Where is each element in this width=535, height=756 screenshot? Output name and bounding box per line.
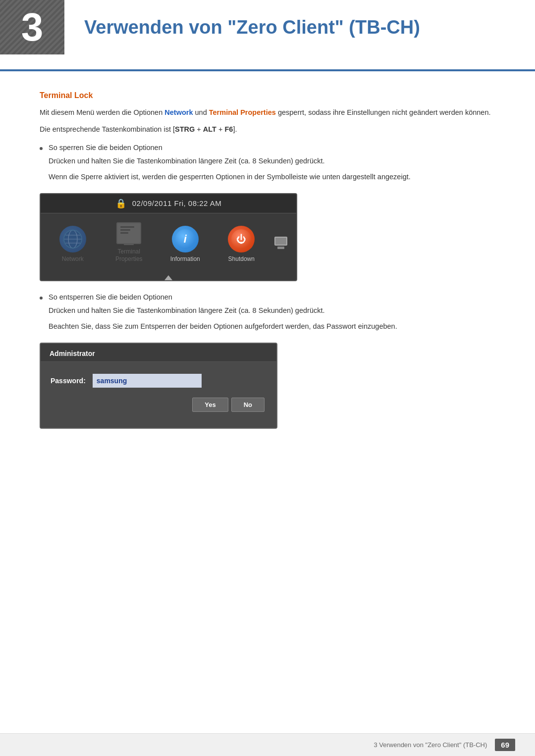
footer-chapter-ref: 3 Verwenden von "Zero Client" (TB-CH) <box>374 741 487 749</box>
yes-button[interactable]: Yes <box>192 398 228 412</box>
taskbar-icon-terminal[interactable]: TerminalProperties <box>102 218 157 267</box>
para2-before: Die entsprechende Tastenkombination ist … <box>40 125 175 133</box>
info-icon-circle: i <box>172 226 199 252</box>
globe-svg <box>63 229 83 249</box>
network-label: Network <box>62 255 84 263</box>
paragraph-1: Mit diesem Menü werden die Optionen Netw… <box>40 107 495 119</box>
indent-text-3: Drücken und halten Sie die Tastenkombina… <box>49 305 495 317</box>
taskbar-topbar: 🔒 02/09/2011 Fri, 08:22 AM <box>41 194 296 213</box>
taskbar-icons-row: Network TerminalProperties <box>41 213 296 274</box>
admin-password-row: Password: <box>51 374 267 388</box>
key-strg: STRG <box>175 125 195 133</box>
bullet-item-1: So sperren Sie die beiden Optionen <box>40 144 495 151</box>
taskbar-datetime: 02/09/2011 Fri, 08:22 AM <box>132 199 221 207</box>
bullet-text-1: So sperren Sie die beiden Optionen <box>49 144 162 151</box>
key-f6: F6 <box>224 125 233 133</box>
plus2: + <box>216 125 225 133</box>
taskbar-end-item <box>270 218 291 267</box>
terminal-icon <box>116 222 141 244</box>
bullet-dot-1 <box>40 147 43 150</box>
page-header: 3 Verwenden von "Zero Client" (TB-CH) <box>0 0 535 54</box>
indent-text-4: Beachten Sie, dass Sie zum Entsperren de… <box>49 321 495 333</box>
arrow-up-icon <box>164 275 172 280</box>
chapter-title-area: Verwenden von "Zero Client" (TB-CH) <box>64 0 535 54</box>
admin-dialog: Administrator Password: Yes No <box>40 343 277 429</box>
bullet-item-2: So entsperren Sie die beiden Optionen <box>40 293 495 301</box>
para1-after: gesperrt, sodass ihre Einstellungen nich… <box>276 108 491 116</box>
arrow-indicator <box>41 274 296 280</box>
paragraph-2: Die entsprechende Tastenkombination ist … <box>40 124 495 136</box>
terminal-properties-label: TerminalProperties <box>115 248 143 263</box>
admin-dialog-body: Password: Yes No <box>41 362 276 428</box>
chapter-number: 3 <box>21 7 44 47</box>
chapter-number-block: 3 <box>0 0 64 54</box>
para1-before: Mit diesem Menü werden die Optionen <box>40 108 164 116</box>
shutdown-label: Shutdown <box>228 255 255 263</box>
plus1: + <box>195 125 203 133</box>
shutdown-icon-circle: ⏻ <box>228 226 255 252</box>
bullet-section-lock: So sperren Sie die beiden Optionen Drück… <box>40 144 495 183</box>
information-label: Information <box>170 255 200 263</box>
password-input[interactable] <box>93 374 202 388</box>
lock-icon: 🔒 <box>115 198 126 209</box>
bullet-dot-2 <box>40 297 43 300</box>
taskbar-icon-shutdown[interactable]: ⏻ Shutdown <box>214 218 269 267</box>
indent-text-2: Wenn die Sperre aktiviert ist, werden di… <box>49 171 495 183</box>
section-title: Terminal Lock <box>40 91 495 100</box>
admin-buttons: Yes No <box>51 398 267 416</box>
network-highlight: Network <box>164 108 193 116</box>
no-button[interactable]: No <box>231 398 265 412</box>
footer-page-number: 69 <box>495 739 515 751</box>
taskbar-mockup: 🔒 02/09/2011 Fri, 08:22 AM Network <box>40 193 297 281</box>
globe-icon <box>59 226 86 252</box>
taskbar-icon-information[interactable]: i Information <box>158 218 213 267</box>
taskbar-icon-network[interactable]: Network <box>46 218 100 267</box>
terminal-properties-highlight: Terminal Properties <box>209 108 276 116</box>
shutdown-icon: ⏻ <box>231 229 251 249</box>
admin-dialog-title: Administrator <box>41 344 276 362</box>
info-icon: i <box>175 229 195 249</box>
key-alt: ALT <box>203 125 216 133</box>
chapter-title: Verwenden von "Zero Client" (TB-CH) <box>84 17 420 38</box>
indent-text-1: Drücken und halten Sie die Tastenkombina… <box>49 155 495 167</box>
para2-after: ]. <box>233 125 237 133</box>
para1-between: und <box>193 108 209 116</box>
main-content: Terminal Lock Mit diesem Menü werden die… <box>0 91 535 480</box>
bullet-text-2: So entsperren Sie die beiden Optionen <box>49 293 172 301</box>
header-underline <box>0 69 535 71</box>
password-label: Password: <box>51 377 86 385</box>
page-footer: 3 Verwenden von "Zero Client" (TB-CH) 69 <box>0 733 535 756</box>
bullet-section-unlock: So entsperren Sie die beiden Optionen Dr… <box>40 293 495 333</box>
